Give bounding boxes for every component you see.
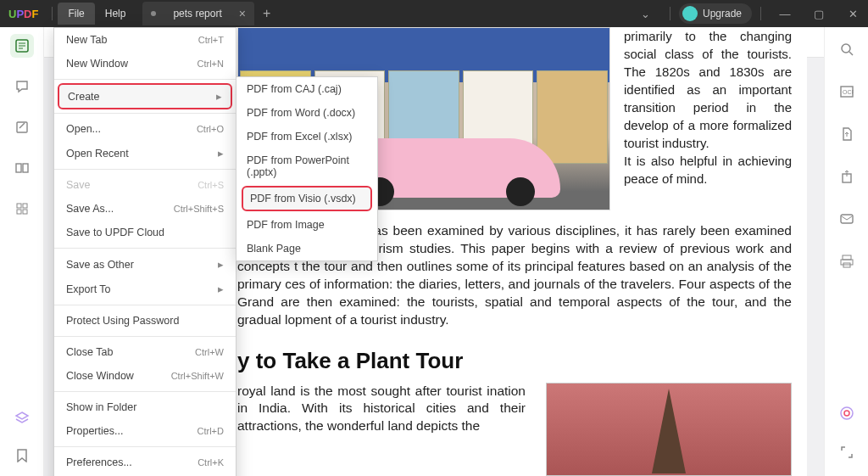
create-submenu-item-blank-page[interactable]: Blank Page <box>236 237 377 260</box>
tab-title: pets report <box>173 8 221 20</box>
svg-rect-10 <box>23 210 27 214</box>
updf-ai-icon[interactable] <box>835 401 859 425</box>
file-menu-item-export-to[interactable]: Export To▸ <box>54 277 236 301</box>
file-menu-item-open-[interactable]: Open...Ctrl+O <box>54 117 236 141</box>
svg-point-18 <box>842 44 850 53</box>
export-icon[interactable] <box>835 122 859 146</box>
document-tab[interactable]: pets report × <box>142 2 254 25</box>
layers-icon[interactable] <box>10 406 34 430</box>
file-menu-item-save-as-[interactable]: Save As...Ctrl+Shift+S <box>54 197 236 221</box>
svg-rect-23 <box>841 215 853 223</box>
share-icon[interactable] <box>835 165 859 188</box>
svg-rect-9 <box>17 210 21 214</box>
left-sidebar <box>0 27 44 476</box>
tab-unsaved-dot-icon <box>151 11 156 16</box>
file-menu-item-protect-using-password[interactable]: Protect Using Password <box>54 309 236 333</box>
file-menu-item-close-window[interactable]: Close WindowCtrl+Shift+W <box>54 364 236 388</box>
create-submenu-item-pdf-from-excel-xlsx-[interactable]: PDF from Excel (.xlsx) <box>236 125 377 148</box>
email-icon[interactable] <box>835 207 859 231</box>
doc-heading: y to Take a Plant Tour <box>237 348 792 374</box>
file-menu-item-close-tab[interactable]: Close TabCtrl+W <box>54 340 236 364</box>
create-submenu-item-pdf-from-word-docx-[interactable]: PDF from Word (.docx) <box>236 101 377 125</box>
expand-icon[interactable] <box>835 440 859 464</box>
svg-rect-5 <box>16 164 21 172</box>
svg-point-28 <box>844 411 849 416</box>
menu-help[interactable]: Help <box>95 3 136 25</box>
doc-paragraph-2: royal land is the most sought after tour… <box>237 383 526 436</box>
svg-point-27 <box>841 407 853 419</box>
right-sidebar: OCR <box>824 27 868 476</box>
window-minimize-button[interactable]: — <box>770 8 800 20</box>
doc-text-right2: It is also helpful in achieving peace of… <box>624 154 792 186</box>
file-menu-item-preferences-[interactable]: Preferences...Ctrl+K <box>54 451 236 474</box>
file-menu-item-properties-[interactable]: Properties...Ctrl+D <box>54 419 236 443</box>
app-logo: UPDF <box>8 8 38 20</box>
create-submenu: PDF from CAJ (.caj)PDF from Word (.docx)… <box>236 76 378 261</box>
tools-icon[interactable] <box>10 197 34 221</box>
file-menu: New TabCtrl+TNew WindowCtrl+NCreate▸Open… <box>53 27 236 476</box>
upgrade-button[interactable]: Upgrade <box>679 3 752 24</box>
svg-line-19 <box>849 52 853 55</box>
print-icon[interactable] <box>835 249 859 273</box>
svg-rect-24 <box>843 255 851 260</box>
file-menu-item-new-tab[interactable]: New TabCtrl+T <box>54 28 236 52</box>
create-submenu-item-pdf-from-visio-vsdx-[interactable]: PDF from Visio (.vsdx) <box>242 186 372 211</box>
bookmark-icon[interactable] <box>10 444 34 468</box>
file-menu-item-open-recent[interactable]: Open Recent▸ <box>54 141 236 165</box>
menu-file[interactable]: File <box>58 3 94 25</box>
svg-text:OCR: OCR <box>843 89 854 95</box>
file-menu-item-save-to-updf-cloud[interactable]: Save to UPDF Cloud <box>54 221 236 244</box>
avatar-icon <box>682 6 698 21</box>
svg-rect-6 <box>23 164 28 172</box>
doc-text-right: primarily to the changing social class o… <box>624 29 792 150</box>
create-submenu-item-pdf-from-image[interactable]: PDF from Image <box>236 213 377 237</box>
search-icon[interactable] <box>835 37 859 61</box>
edit-icon[interactable] <box>10 115 34 139</box>
document-image-eiffel <box>546 383 792 476</box>
file-menu-item-new-window[interactable]: New WindowCtrl+N <box>54 52 236 76</box>
comment-icon[interactable] <box>10 75 34 98</box>
new-tab-button[interactable]: + <box>263 6 270 21</box>
chevron-down-icon[interactable]: ⌄ <box>631 8 661 20</box>
window-close-button[interactable]: ✕ <box>837 8 868 20</box>
ocr-icon[interactable]: OCR <box>835 80 859 104</box>
reader-mode-icon[interactable] <box>10 34 34 58</box>
file-menu-item-show-in-folder[interactable]: Show in Folder <box>54 395 236 419</box>
tab-close-icon[interactable]: × <box>239 7 246 20</box>
upgrade-label: Upgrade <box>703 8 742 20</box>
organize-icon[interactable] <box>10 156 34 180</box>
titlebar: UPDF File Help pets report × + ⌄ Upgrade… <box>0 0 868 27</box>
svg-rect-4 <box>17 122 27 132</box>
file-menu-item-save[interactable]: SaveCtrl+S <box>54 173 236 197</box>
create-submenu-item-pdf-from-powerpoint-pptx-[interactable]: PDF from PowerPoint (.pptx) <box>236 148 377 184</box>
svg-rect-8 <box>23 204 27 208</box>
svg-rect-25 <box>841 260 853 265</box>
create-submenu-item-pdf-from-caj-caj-[interactable]: PDF from CAJ (.caj) <box>236 77 377 101</box>
svg-rect-7 <box>17 204 21 208</box>
file-menu-item-create[interactable]: Create▸ <box>58 83 232 109</box>
file-menu-item-save-as-other[interactable]: Save as Other▸ <box>54 252 236 277</box>
window-maximize-button[interactable]: ▢ <box>804 8 834 20</box>
